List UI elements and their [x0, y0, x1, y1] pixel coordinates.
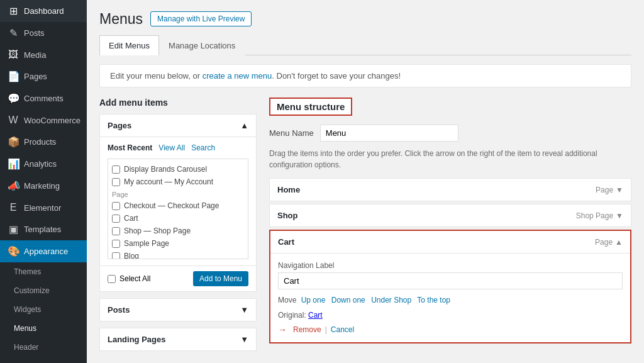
check-item: Shop — Shop Page	[112, 225, 244, 237]
add-to-menu-button[interactable]: Add to Menu	[193, 271, 248, 286]
remove-link[interactable]: Remove	[293, 325, 321, 334]
move-down-one-link[interactable]: Down one	[331, 296, 365, 304]
sidebar-item-label-posts: Posts	[24, 28, 45, 38]
sub-tab-view-all[interactable]: View All	[158, 143, 185, 152]
menu-item-shop-type: Shop Page ▼	[576, 211, 623, 220]
check-my-account[interactable]	[112, 178, 120, 186]
analytics-icon: 📊	[8, 158, 19, 170]
check-display-brands-label: Display Brands Carousel	[124, 165, 207, 174]
sidebar-item-themes[interactable]: Themes	[0, 262, 87, 281]
page-heading: Menus Manage with Live Preview	[99, 11, 631, 26]
sidebar-item-dashboard[interactable]: ⊞Dashboard	[0, 0, 87, 22]
sidebar-item-comments[interactable]: 💬Comments	[0, 87, 87, 109]
move-row: Move Up one Down one Under Shop To the t…	[278, 296, 623, 304]
sidebar-item-marketing[interactable]: 📣Marketing	[0, 175, 87, 197]
check-checkout[interactable]	[112, 202, 120, 210]
sidebar-item-woocommerce[interactable]: WWooCommerce	[0, 109, 87, 131]
sidebar-item-posts[interactable]: ✎Posts	[0, 22, 87, 44]
move-under-shop-link[interactable]: Under Shop	[371, 296, 411, 304]
sidebar-item-label-pages: Pages	[24, 72, 47, 81]
elementor-icon: E	[8, 202, 19, 213]
shop-arrow-icon: ▼	[616, 211, 623, 220]
menu-structure-panel: Menu structure Menu Name Drag the items …	[269, 98, 631, 346]
menu-item-home[interactable]: Home Page ▼	[269, 178, 631, 201]
accordion-landing-pages: Landing Pages ▼	[99, 328, 257, 351]
sidebar-item-label-products: Products	[24, 137, 56, 147]
cancel-link[interactable]: Cancel	[331, 325, 354, 334]
menu-item-cart: Cart Page ▲ Navigation Label Move	[269, 230, 631, 343]
sidebar-item-menus[interactable]: Menus	[0, 319, 87, 338]
sidebar-item-pages[interactable]: 📄Pages	[0, 65, 87, 87]
menu-item-cart-header[interactable]: Cart Page ▲	[270, 231, 630, 254]
live-preview-button[interactable]: Manage with Live Preview	[150, 11, 252, 26]
sidebar-item-label-marketing: Marketing	[24, 181, 60, 191]
check-shop[interactable]	[112, 227, 120, 235]
select-all-checkbox[interactable]	[108, 275, 116, 283]
menu-name-label: Menu Name	[269, 128, 314, 138]
check-blog[interactable]	[112, 252, 120, 260]
sidebar-item-widgets[interactable]: Widgets	[0, 300, 87, 319]
accordion-pages-header[interactable]: Pages ▲	[100, 114, 256, 137]
sidebar-item-label-comments: Comments	[24, 94, 64, 103]
check-display-brands[interactable]	[112, 165, 120, 174]
menu-item-shop[interactable]: Shop Shop Page ▼	[269, 204, 631, 227]
sidebar-item-background[interactable]: Background	[0, 357, 87, 363]
sidebar-item-elementor[interactable]: EElementor	[0, 197, 87, 218]
menu-structure-title: Menu structure	[269, 98, 352, 116]
sidebar-item-media[interactable]: 🖼Media	[0, 44, 87, 65]
check-shop-label: Shop — Shop Page	[124, 226, 191, 235]
pages-sub-tabs: Most Recent View All Search	[108, 143, 248, 152]
sidebar-item-label-customize: Customize	[14, 286, 50, 295]
posts-icon: ✎	[8, 27, 19, 39]
menu-item-home-type: Page ▼	[596, 186, 623, 194]
check-sample-page[interactable]	[112, 240, 120, 248]
comments-icon: 💬	[8, 92, 19, 104]
move-to-top-link[interactable]: To the top	[417, 296, 450, 304]
sidebar-item-label-dashboard: Dashboard	[24, 6, 64, 16]
menu-hint: Drag the items into the order you prefer…	[269, 148, 631, 170]
accordion-pages-footer: Select All Add to Menu	[100, 265, 256, 291]
sidebar-item-customize[interactable]: Customize	[0, 281, 87, 300]
sub-tab-most-recent[interactable]: Most Recent	[108, 143, 152, 152]
marketing-icon: 📣	[8, 180, 19, 192]
accordion-landing-pages-header[interactable]: Landing Pages ▼	[100, 328, 256, 350]
nav-label-input[interactable]	[278, 272, 623, 289]
check-item: My account — My Account	[112, 176, 244, 188]
info-text-after: . Don't forget to save your changes!	[272, 71, 401, 81]
info-bar: Edit your menu below, or create a new me…	[99, 64, 631, 87]
sidebar-item-label-templates: Templates	[24, 225, 61, 234]
add-items-title: Add menu items	[99, 98, 257, 108]
sidebar-item-analytics[interactable]: 📊Analytics	[0, 153, 87, 175]
accordion-pages-body: Most Recent View All Search Display Bran…	[100, 137, 256, 265]
accordion-landing-pages-label: Landing Pages	[108, 335, 165, 344]
sidebar-item-header[interactable]: Header	[0, 338, 87, 357]
sidebar-item-label-themes: Themes	[14, 267, 41, 276]
original-link[interactable]: Cart	[308, 311, 323, 320]
woocommerce-icon: W	[8, 114, 19, 126]
accordion-pages-chevron: ▲	[240, 121, 248, 130]
sidebar-item-label-widgets: Widgets	[14, 305, 41, 314]
accordion-posts-header[interactable]: Posts ▼	[100, 299, 256, 321]
create-new-menu-link[interactable]: create a new menu	[203, 71, 272, 81]
check-cart[interactable]	[112, 215, 120, 223]
tab-edit-menus[interactable]: Edit Menus	[99, 35, 159, 55]
sidebar-item-templates[interactable]: ▣Templates	[0, 218, 87, 240]
content-columns: Add menu items Pages ▲ Most Recent View …	[99, 98, 631, 357]
tab-manage-locations[interactable]: Manage Locations	[159, 35, 245, 55]
info-text-before: Edit your menu below, or	[110, 71, 203, 81]
check-my-account-label: My account — My Account	[124, 177, 213, 186]
pipe-separator: |	[325, 325, 327, 334]
menu-name-input[interactable]	[320, 125, 458, 142]
sidebar-item-products[interactable]: 📦Products	[0, 131, 87, 153]
add-menu-items-panel: Add menu items Pages ▲ Most Recent View …	[99, 98, 257, 357]
sidebar-item-label-appearance: Appearance	[24, 247, 68, 256]
home-arrow-icon: ▼	[616, 186, 623, 194]
sidebar-item-appearance[interactable]: 🎨Appearance	[0, 240, 87, 262]
check-item: Checkout — Checkout Page	[112, 199, 244, 212]
page-section-label: Page	[112, 188, 244, 199]
sub-tab-search[interactable]: Search	[191, 143, 215, 152]
move-label: Move	[278, 296, 296, 304]
nav-label-row: Navigation Label	[278, 261, 623, 289]
menu-tabs: Edit Menus Manage Locations	[99, 35, 631, 55]
move-up-one-link[interactable]: Up one	[301, 296, 326, 304]
